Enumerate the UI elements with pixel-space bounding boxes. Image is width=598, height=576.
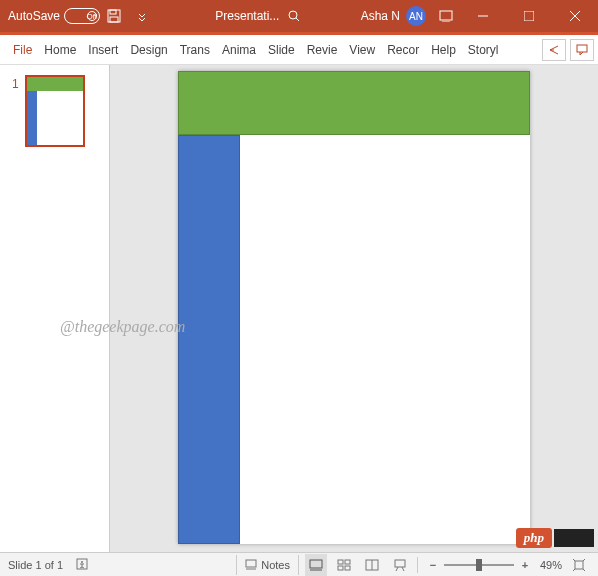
zoom-slider-thumb[interactable]	[476, 559, 482, 571]
slideshow-view-button[interactable]	[389, 554, 411, 576]
tab-insert[interactable]: Insert	[83, 35, 123, 64]
svg-rect-14	[246, 560, 256, 567]
overlay-badge: php	[516, 528, 594, 548]
ribbon-display-icon[interactable]	[432, 0, 460, 32]
svg-line-4	[296, 18, 299, 21]
sorter-view-button[interactable]	[333, 554, 355, 576]
thumbnail-number: 1	[12, 75, 19, 147]
svg-rect-2	[110, 17, 118, 22]
accessibility-icon[interactable]	[75, 557, 89, 573]
svg-rect-27	[575, 561, 583, 569]
user-avatar: AN	[406, 6, 426, 26]
blue-rectangle-shape[interactable]	[178, 135, 240, 544]
thumb-blue-shape	[27, 91, 37, 145]
svg-rect-21	[345, 566, 350, 570]
document-title[interactable]: Presentati...	[215, 9, 279, 23]
tab-slideshow[interactable]: Slide	[263, 35, 300, 64]
normal-view-button[interactable]	[305, 554, 327, 576]
green-rectangle-shape[interactable]	[178, 71, 530, 135]
user-account[interactable]: Asha N AN	[361, 6, 432, 26]
minimize-button[interactable]	[460, 0, 506, 32]
workspace: 1	[0, 65, 598, 552]
tab-help[interactable]: Help	[426, 35, 461, 64]
slide-counter[interactable]: Slide 1 of 1	[8, 559, 63, 571]
tab-record[interactable]: Recor	[382, 35, 424, 64]
tab-view[interactable]: View	[344, 35, 380, 64]
autosave-label: AutoSave	[8, 9, 60, 23]
notes-label: Notes	[261, 559, 290, 571]
php-badge: php	[516, 528, 552, 548]
svg-rect-11	[577, 45, 587, 52]
svg-rect-24	[395, 560, 405, 567]
title-bar: AutoSave Off Presentati... Asha N AN	[0, 0, 598, 32]
svg-point-3	[289, 11, 297, 19]
ribbon-tabs: File Home Insert Design Trans Anima Slid…	[0, 35, 598, 65]
user-name: Asha N	[361, 9, 400, 23]
thumb-green-shape	[27, 77, 83, 91]
svg-rect-19	[345, 560, 350, 564]
tab-transitions[interactable]: Trans	[175, 35, 215, 64]
search-icon[interactable]	[287, 9, 301, 23]
overflow-icon[interactable]	[128, 0, 156, 32]
notes-button[interactable]: Notes	[236, 555, 299, 575]
svg-line-25	[396, 567, 398, 571]
zoom-out-button[interactable]: −	[424, 559, 442, 571]
tab-design[interactable]: Design	[125, 35, 172, 64]
slide[interactable]	[178, 71, 530, 544]
toggle-switch[interactable]: Off	[64, 8, 100, 24]
status-bar: Slide 1 of 1 Notes − + 49%	[0, 552, 598, 576]
svg-rect-8	[524, 11, 534, 21]
svg-rect-1	[110, 10, 116, 14]
tab-review[interactable]: Revie	[302, 35, 343, 64]
svg-rect-16	[310, 560, 322, 568]
svg-point-13	[81, 561, 83, 563]
zoom-in-button[interactable]: +	[516, 559, 534, 571]
svg-rect-18	[338, 560, 343, 564]
close-button[interactable]	[552, 0, 598, 32]
tab-home[interactable]: Home	[39, 35, 81, 64]
tab-animations[interactable]: Anima	[217, 35, 261, 64]
share-button[interactable]	[542, 39, 566, 61]
tab-storyline[interactable]: Storyl	[463, 35, 504, 64]
notes-icon	[245, 559, 257, 571]
fit-to-window-button[interactable]	[568, 554, 590, 576]
autosave-toggle[interactable]: AutoSave Off	[0, 8, 100, 24]
zoom-slider[interactable]	[444, 564, 514, 566]
dark-badge	[554, 529, 594, 547]
save-icon[interactable]	[100, 0, 128, 32]
slide-thumbnail[interactable]	[25, 75, 85, 147]
zoom-percent[interactable]: 49%	[540, 559, 562, 571]
svg-rect-5	[440, 11, 452, 20]
tab-file[interactable]: File	[8, 35, 37, 64]
slide-canvas-area[interactable]	[110, 65, 598, 552]
svg-line-26	[402, 567, 404, 571]
maximize-button[interactable]	[506, 0, 552, 32]
svg-rect-20	[338, 566, 343, 570]
toggle-dot	[87, 11, 97, 21]
zoom-control[interactable]: − +	[424, 559, 534, 571]
comments-button[interactable]	[570, 39, 594, 61]
thumbnail-panel: 1	[0, 65, 110, 552]
thumbnail-row[interactable]: 1	[0, 75, 109, 147]
reading-view-button[interactable]	[361, 554, 383, 576]
